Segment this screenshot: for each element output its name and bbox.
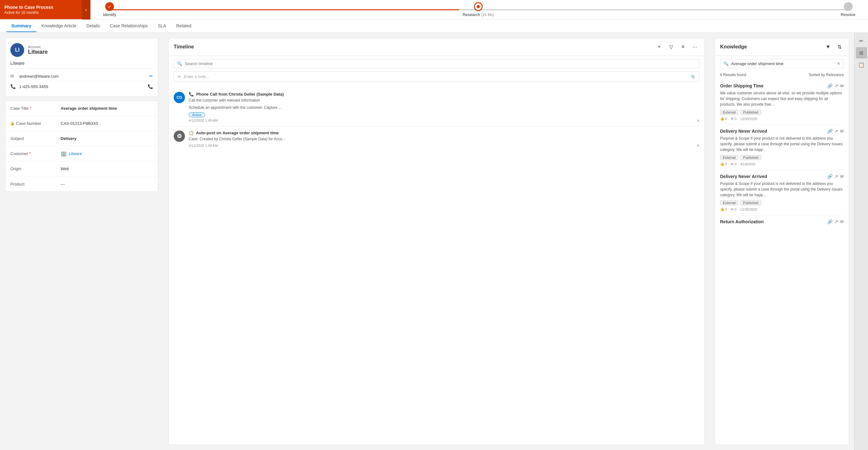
email-compose-icon[interactable]: ✏ <box>149 74 153 79</box>
timeline-item-meta-1: 4/12/2020 1:49 AM ∨ <box>189 118 700 123</box>
email-icon: ✉ <box>10 74 16 79</box>
phone-call-icon[interactable]: 📞 <box>148 84 153 89</box>
required-star-title: * <box>30 106 31 111</box>
ki-share-icon-3[interactable]: ↗ <box>834 174 838 179</box>
side-icons-panel: ✏ ⊞ 📋 <box>854 33 868 450</box>
timeline-item-title-2: 📋 Auto-post on Average order shipment ti… <box>189 131 700 135</box>
case-field-title: Case Title * Average order shipment time <box>5 101 158 116</box>
ki-header-1: Order Shipping Time 🔗 ↗ ✉ <box>720 83 844 88</box>
case-field-number: 🔒 Case Number CAS-01213-P8B3X0 <box>5 116 158 131</box>
tabs-bar: Summary Knowledge Article Details Case R… <box>0 20 868 33</box>
contact-phone-row: 📞 1-425-555-3455 📞 <box>10 81 153 91</box>
step-research: Research (16 Mo) <box>463 2 494 17</box>
knowledge-filter-button[interactable]: ▼ <box>824 43 833 51</box>
timeline-title: Timeline <box>174 44 652 50</box>
knowledge-sort-button[interactable]: ⇅ <box>835 43 844 51</box>
timeline-note-bar[interactable]: ✏ Enter a note... 📎 <box>174 72 700 82</box>
side-icon-table[interactable]: ⊞ <box>856 47 867 58</box>
knowledge-search-input[interactable] <box>731 61 834 66</box>
knowledge-header: Knowledge ▼ ⇅ <box>715 38 849 56</box>
steps-container: ✓ Identify Research (16 Mo) Resolve <box>103 2 856 17</box>
ki-title-3: Delivery Never Arrived <box>720 174 767 179</box>
timeline-sort-button[interactable]: ≡ <box>679 43 687 51</box>
ki-email-icon-1[interactable]: ✉ <box>840 83 844 88</box>
knowledge-items: Order Shipping Time 🔗 ↗ ✉ We value custo… <box>715 80 849 445</box>
knowledge-search-bar[interactable]: 🔍 ✕ <box>720 59 844 68</box>
timeline-item-meta-2: 4/12/2020 1:48 AM ∨ <box>189 143 700 147</box>
ki-share-icon-1[interactable]: ↗ <box>834 83 838 88</box>
customer-label: Customer * <box>10 151 61 156</box>
center-panel: Timeline + ▽ ≡ ⋯ 🔍 ✏ Enter a note... 📎 <box>163 33 710 450</box>
ki-header-2: Delivery Never Arrived 🔗 ↗ ✉ <box>720 129 844 134</box>
timeline-item-title-1: 📞 Phone Call from Christa Geller (Sample… <box>189 92 700 96</box>
account-header: LI Account Litware <box>10 43 153 57</box>
side-icon-pencil[interactable]: ✏ <box>856 35 867 47</box>
ki-email-icon-2[interactable]: ✉ <box>840 129 844 134</box>
ki-tag-external-1: External <box>720 110 738 115</box>
timeline-search-input[interactable] <box>185 61 696 66</box>
phone-call-icon: 📞 <box>189 92 194 96</box>
tab-sla[interactable]: SLA <box>153 20 171 32</box>
tab-related[interactable]: Related <box>171 20 196 32</box>
collapse-button[interactable]: ‹ <box>82 0 90 20</box>
ki-link-icon-1[interactable]: 🔗 <box>827 83 833 88</box>
ki-email-icon-3[interactable]: ✉ <box>840 174 844 179</box>
ki-share-icon-4[interactable]: ↗ <box>834 219 838 224</box>
subject-value[interactable]: Delivery <box>61 136 153 141</box>
case-title-value[interactable]: Average order shipment time <box>61 106 153 111</box>
ki-tag-published-3: Published <box>740 200 761 205</box>
step-resolve: Resolve <box>841 2 856 17</box>
process-title: Phone to Case Process <box>4 4 77 10</box>
process-subtitle: Active for 16 months <box>4 10 77 15</box>
tab-summary[interactable]: Summary <box>6 20 36 32</box>
ki-meta-3: 👍 0 · 👁 0 · 12/30/2020 <box>720 207 844 211</box>
timeline-item-desc1-2: Case: Created by Christa Geller (Sample … <box>189 137 700 142</box>
case-number-value: CAS-01213-P8B3X0 <box>61 121 153 126</box>
timeline-filter-button[interactable]: ▽ <box>667 43 676 51</box>
step-circle-resolve <box>844 2 852 11</box>
tab-knowledge-article[interactable]: Knowledge Article <box>36 20 81 32</box>
tab-case-relationships[interactable]: Case Relationships <box>105 20 153 32</box>
knowledge-clear-button[interactable]: ✕ <box>837 61 840 66</box>
results-count: 6 Results found <box>720 73 746 77</box>
timeline-item-content-2: 📋 Auto-post on Average order shipment ti… <box>189 131 700 148</box>
ki-link-icon-4[interactable]: 🔗 <box>827 219 833 224</box>
ki-tags-2: External Published <box>720 155 844 160</box>
origin-value[interactable]: Web <box>61 166 153 171</box>
step-label-research: Research (16 Mo) <box>463 12 494 17</box>
ki-actions-4: 🔗 ↗ ✉ <box>827 219 844 224</box>
ki-meta-1: 👍 0 · 👁 0 · 12/30/2020 <box>720 117 844 121</box>
ki-share-icon-2[interactable]: ↗ <box>834 129 838 134</box>
ki-email-icon-4[interactable]: ✉ <box>840 219 844 224</box>
timeline-item-desc2-1: Schedule an appointment with the custome… <box>189 105 700 110</box>
ki-link-icon-3[interactable]: 🔗 <box>827 174 833 179</box>
ki-header-3: Delivery Never Arrived 🔗 ↗ ✉ <box>720 174 844 179</box>
knowledge-item-order-shipping: Order Shipping Time 🔗 ↗ ✉ We value custo… <box>720 80 844 125</box>
timeline-search-bar[interactable]: 🔍 <box>174 59 700 68</box>
step-circle-research <box>474 2 483 11</box>
ki-views-1: 👁 0 <box>731 117 736 121</box>
ki-tag-published-1: Published <box>740 110 761 115</box>
customer-value[interactable]: 🏢 Litware <box>61 151 153 157</box>
timeline-add-button[interactable]: + <box>655 43 663 51</box>
knowledge-item-delivery-2: Delivery Never Arrived 🔗 ↗ ✉ Purpose & S… <box>720 170 844 216</box>
ki-tag-external-3: External <box>720 200 738 205</box>
knowledge-title: Knowledge <box>720 44 821 50</box>
timeline-chevron-2[interactable]: ∨ <box>697 143 700 147</box>
required-star-customer: * <box>29 151 31 156</box>
step-circle-identify: ✓ <box>105 2 114 11</box>
contact-email-row: ✉ andrewr@litware.com ✏ <box>10 71 153 81</box>
side-icon-book[interactable]: 📋 <box>856 59 867 71</box>
timeline-more-button[interactable]: ⋯ <box>690 43 700 51</box>
ki-link-icon-2[interactable]: 🔗 <box>827 129 833 134</box>
customer-icon: 🏢 <box>61 151 67 157</box>
knowledge-item-delivery-1: Delivery Never Arrived 🔗 ↗ ✉ Purpose & S… <box>720 125 844 170</box>
ki-tag-external-2: External <box>720 155 738 160</box>
timeline-chevron-1[interactable]: ∨ <box>697 118 700 123</box>
ki-desc-2: Purpose & Scope If your product is not d… <box>720 136 844 152</box>
timeline-item-badge-1: Active <box>189 112 205 117</box>
tab-details[interactable]: Details <box>81 20 105 32</box>
timeline-item-autopost: ⚙ 📋 Auto-post on Average order shipment … <box>174 127 700 151</box>
timeline-avatar-cg: CG <box>174 92 185 103</box>
product-value[interactable]: --- <box>61 182 153 187</box>
